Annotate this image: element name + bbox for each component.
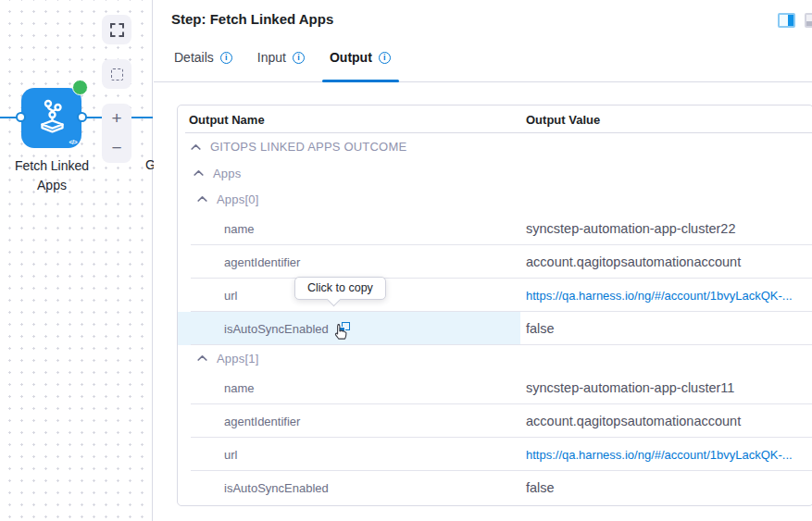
chevron-up-icon[interactable] <box>191 143 201 151</box>
node-label: Fetch Linked Apps <box>0 156 104 195</box>
zoom-controls: + − <box>102 104 131 163</box>
node-port-right[interactable] <box>77 112 87 122</box>
table-row-is-auto-sync-enabled: isAutoSyncEnabled false <box>178 312 812 345</box>
code-glyph: </> <box>69 139 77 145</box>
step-details-panel: Step: Fetch Linked Apps Details i Input … <box>154 0 812 521</box>
fullscreen-button[interactable] <box>102 15 131 44</box>
section-row-apps-0[interactable]: Apps[0] <box>178 186 812 212</box>
panel-layout-icon-secondary[interactable] <box>805 13 812 28</box>
table-row-is-auto-sync-enabled: isAutoSyncEnabled false <box>178 471 812 504</box>
success-check-icon <box>72 80 88 95</box>
section-row-apps[interactable]: Apps <box>178 160 812 186</box>
tab-divider <box>154 81 812 82</box>
expand-icon <box>110 23 124 37</box>
node-port-left[interactable] <box>16 112 26 122</box>
table-row-agent-identifier: agentIdentifier account.qagitopsautomati… <box>178 245 812 279</box>
chevron-up-icon[interactable] <box>197 195 207 203</box>
section-row-gitops-outcome[interactable]: GITOPS LINKED APPS OUTCOME <box>178 133 812 160</box>
panel-layout-icon[interactable] <box>778 13 795 28</box>
output-table: Output Name Output Value GITOPS LINKED A… <box>177 105 812 506</box>
column-header-output-name: Output Name <box>189 113 265 127</box>
section-row-apps-1[interactable]: Apps[1] <box>178 345 812 371</box>
table-row-name: name syncstep-automation-app-cluster11 <box>178 371 812 404</box>
hand-cursor-icon <box>333 323 349 341</box>
chevron-up-icon[interactable] <box>197 354 207 362</box>
tab-output[interactable]: Output i <box>330 50 391 65</box>
chevron-up-icon[interactable] <box>194 169 204 177</box>
tab-details[interactable]: Details i <box>174 50 232 65</box>
tooltip-text: Click to copy <box>307 281 373 294</box>
table-row-url: url https://qa.harness.io/ng/#/account/1… <box>178 279 812 312</box>
table-header: Output Name Output Value <box>178 105 812 133</box>
url-link[interactable]: https://qa.harness.io/ng/#/account/1bvyL… <box>526 289 793 303</box>
info-icon[interactable]: i <box>379 52 391 64</box>
page-title: Step: Fetch Linked Apps <box>171 11 333 27</box>
pipeline-canvas[interactable]: </> Fetch Linked Apps G + − <box>0 0 153 521</box>
tab-input[interactable]: Input i <box>257 50 305 65</box>
zoom-out-button[interactable]: − <box>102 133 131 163</box>
info-icon[interactable]: i <box>220 52 232 64</box>
gitops-step-icon <box>32 97 71 136</box>
table-row-url: url https://qa.harness.io/ng/#/account/1… <box>178 438 812 471</box>
marquee-select-button[interactable] <box>102 59 131 89</box>
click-to-copy-tooltip: Click to copy <box>294 277 386 300</box>
table-row-agent-identifier: agentIdentifier account.qagitopsautomati… <box>178 404 812 438</box>
zoom-in-button[interactable]: + <box>102 104 131 133</box>
active-tab-underline <box>322 80 399 82</box>
url-link[interactable]: https://qa.harness.io/ng/#/account/1bvyL… <box>526 448 793 462</box>
info-icon[interactable]: i <box>293 52 305 64</box>
tab-bar: Details i Input i Output i <box>174 50 391 65</box>
marquee-select-icon <box>111 68 123 81</box>
step-node-fetch-linked-apps[interactable]: </> <box>21 88 81 148</box>
column-header-output-value: Output Value <box>526 113 600 127</box>
table-row-name: name syncstep-automation-app-cluster22 <box>178 212 812 245</box>
